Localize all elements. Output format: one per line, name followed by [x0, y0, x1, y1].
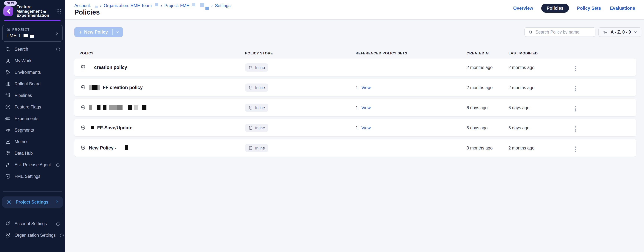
- row-menu-kebab[interactable]: [573, 85, 578, 93]
- redaction-block: [117, 105, 122, 110]
- top-bar: Account:›Organization: RME Team›Project:…: [65, 0, 644, 20]
- policy-name-cell: [74, 104, 245, 111]
- new-policy-dropdown-button[interactable]: [113, 27, 123, 37]
- content: + New Policy A - Z, 0 - 9: [65, 20, 644, 252]
- sort-label: A - Z, 0 - 9: [610, 30, 631, 34]
- info-icon[interactable]: [60, 233, 64, 238]
- table-row[interactable]: FF-Save/UpdateInline1View5 days ago5 day…: [74, 119, 636, 136]
- sidebar-item-search[interactable]: Search: [0, 43, 65, 55]
- sidebar-item-environments[interactable]: Environments: [0, 67, 65, 78]
- last-modified: 2 months ago: [508, 85, 573, 90]
- sidebar-item-organization-settings[interactable]: Organization Settings: [0, 230, 65, 241]
- sidebar-item-ask-release-agent[interactable]: Ask Release Agent: [0, 159, 65, 171]
- sidebar-item-segments[interactable]: Segments: [0, 124, 65, 136]
- breadcrumb-link[interactable]: Settings: [215, 3, 230, 8]
- row-menu-kebab[interactable]: [573, 125, 578, 133]
- row-menu-kebab[interactable]: [573, 105, 578, 113]
- table-row[interactable]: Inline1View6 days ago6 days ago: [74, 99, 636, 116]
- row-menu-kebab[interactable]: [573, 145, 578, 153]
- top-navigation: OverviewPoliciesPolicy SetsEvaluations: [512, 4, 636, 13]
- table-row[interactable]: New Policy -Inline3 months ago2 months a…: [74, 139, 636, 157]
- info-icon[interactable]: [56, 47, 60, 52]
- sidebar-item-fme-settings[interactable]: FME Settings: [0, 171, 65, 182]
- view-link[interactable]: View: [362, 126, 370, 130]
- chevron-down-icon: [634, 30, 637, 34]
- sidebar-item-my-work[interactable]: My Work: [0, 55, 65, 67]
- redaction-block: [192, 3, 196, 6]
- tab-overview[interactable]: Overview: [512, 4, 534, 13]
- experiments-icon: [5, 116, 11, 122]
- redaction-block: [109, 105, 117, 110]
- feature-flags-icon: [5, 104, 11, 110]
- policy-name: creation policy: [94, 65, 127, 70]
- info-icon[interactable]: [56, 162, 60, 167]
- app-window: NEW Feature Management & Experimentation…: [0, 0, 644, 252]
- sidebar-item-rollout-board[interactable]: Rollout Board: [0, 78, 65, 90]
- redaction-block: [98, 85, 100, 90]
- sort-dropdown[interactable]: A - Z, 0 - 9: [598, 27, 642, 37]
- app-switcher-icon[interactable]: [56, 8, 62, 14]
- created-at: 2 months ago: [466, 85, 508, 90]
- tab-evaluations[interactable]: Evaluations: [609, 4, 636, 13]
- redaction-block: [155, 3, 158, 6]
- breadcrumb-link[interactable]: Project: FME: [164, 3, 189, 8]
- sidebar-bottom-nav: Account SettingsOrganization Settings: [0, 218, 65, 241]
- policy-store-cell: Inline: [245, 63, 356, 71]
- redaction-block: [89, 105, 92, 110]
- account-icon: [5, 221, 11, 227]
- tab-policies[interactable]: Policies: [542, 4, 569, 13]
- last-modified: 2 months ago: [508, 145, 573, 150]
- sidebar-item-metrics[interactable]: Metrics: [0, 136, 65, 147]
- data-hub-icon: [5, 150, 11, 156]
- table-body: creation policyInline2 months ago2 month…: [74, 59, 636, 157]
- environments-icon: [5, 69, 11, 75]
- column-header: POLICY STORE: [245, 51, 356, 55]
- table-row[interactable]: FF creation policyInline1View2 months ag…: [74, 79, 636, 96]
- policy-shield-icon: [80, 104, 86, 111]
- view-link[interactable]: View: [362, 105, 370, 110]
- redaction-block: [89, 85, 92, 90]
- tab-policy-sets[interactable]: Policy Sets: [576, 4, 602, 13]
- new-policy-button[interactable]: + New Policy: [74, 27, 123, 37]
- breadcrumb-link[interactable]: Account:: [74, 3, 91, 8]
- redaction-block: [128, 105, 132, 110]
- redaction-block: [103, 105, 106, 110]
- sidebar-divider: [3, 213, 62, 214]
- policy-shield-icon: [80, 64, 86, 70]
- breadcrumb: Account:›Organization: RME Team›Project:…: [74, 3, 230, 8]
- policy-shield-icon: [80, 84, 86, 91]
- brand-title: Feature Management & Experimentation: [16, 5, 56, 18]
- policy-store-cell: Inline: [245, 144, 356, 152]
- store-label: Inline: [255, 85, 265, 90]
- sidebar-item-label: Ask Release Agent: [14, 162, 51, 167]
- chevron-down-icon: [116, 30, 120, 34]
- breadcrumb-link[interactable]: Organization: RME Team: [104, 3, 152, 8]
- sidebar-item-label: FME Settings: [14, 174, 40, 179]
- row-menu-kebab[interactable]: [573, 64, 578, 73]
- store-label: Inline: [255, 105, 265, 110]
- redaction-block: [200, 3, 204, 7]
- database-icon: [248, 126, 253, 130]
- brand-title-line: Feature: [16, 5, 56, 9]
- policies-table: POLICYPOLICY STOREREFERENCED POLICY SETS…: [74, 37, 636, 157]
- sidebar-item-project-settings[interactable]: Project Settings: [2, 196, 63, 207]
- search-input[interactable]: [536, 30, 592, 34]
- view-link[interactable]: View: [362, 85, 370, 90]
- sidebar-item-pipelines[interactable]: Pipelines: [0, 90, 65, 101]
- last-modified: 5 days ago: [508, 126, 573, 130]
- sidebar-item-label: Rollout Board: [14, 82, 40, 86]
- sidebar-item-data-hub[interactable]: Data Hub: [0, 147, 65, 159]
- sidebar-item-account-settings[interactable]: Account Settings: [0, 218, 65, 230]
- breadcrumb-separator: ›: [161, 3, 162, 8]
- sidebar-item-feature-flags[interactable]: Feature Flags: [0, 101, 65, 113]
- rollout-board-icon: [5, 81, 11, 87]
- info-icon[interactable]: [56, 221, 60, 226]
- refs-count: 1: [356, 126, 358, 130]
- search-icon: [5, 46, 11, 52]
- project-selector[interactable]: PROJECT FME 1: [2, 24, 63, 42]
- sparkle-icon: [5, 162, 11, 168]
- sidebar-divider: [3, 191, 62, 191]
- table-row[interactable]: creation policyInline2 months ago2 month…: [74, 59, 636, 76]
- sidebar-item-experiments[interactable]: Experiments: [0, 113, 65, 124]
- sidebar-nav: SearchMy WorkEnvironmentsRollout BoardPi…: [0, 43, 65, 182]
